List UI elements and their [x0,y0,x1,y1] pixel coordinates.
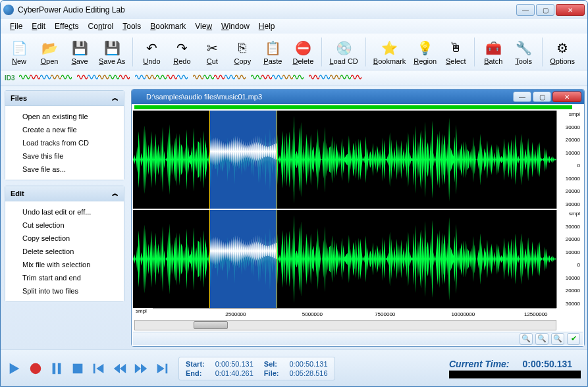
scrollbar-thumb[interactable] [194,321,227,329]
time-scale[interactable]: 2500000500000075000001000000012500000 [153,308,556,319]
options-button-label: Options [550,57,575,65]
menu-effects[interactable]: Effects [51,20,82,32]
effect-icon-9[interactable] [119,72,130,82]
effect-icon-20[interactable] [251,72,261,82]
goto-start-button[interactable] [92,361,106,376]
record-button[interactable] [28,361,43,376]
selection-region[interactable] [209,210,277,308]
zoom-fit-button[interactable]: 🔍 [551,333,564,345]
effect-icon-16[interactable] [203,72,214,82]
menu-control[interactable]: Control [84,20,118,32]
effect-icon-6[interactable] [88,72,98,82]
effect-icon-14[interactable] [177,72,188,82]
effect-icon-12[interactable] [156,72,167,82]
doc-maximize-button[interactable]: ▢ [533,91,551,102]
effect-icon-4[interactable] [61,72,72,82]
undo-last-edit[interactable]: Undo last edit or eff... [8,205,121,219]
bookmark-button[interactable]: ⭐Bookmark [370,36,410,68]
zoom-check-button[interactable]: ✔ [567,333,580,345]
id3-button[interactable]: ID3 [5,74,15,82]
trim-start-end[interactable]: Trim start and end [8,271,121,284]
copy-selection[interactable]: Copy selection [8,232,121,245]
cut-selection[interactable]: Cut selection [8,219,121,232]
delete-selection[interactable]: Delete selection [8,245,121,258]
save-this-file[interactable]: Save this file [8,149,121,163]
pause-button[interactable] [49,361,64,376]
new-button[interactable]: 📄New [5,36,34,68]
effect-icon-8[interactable] [109,72,119,82]
split-two-files[interactable]: Split into two files [8,284,121,297]
effect-icon-15[interactable] [193,72,203,82]
menu-edit[interactable]: Edit [28,20,49,32]
save-button[interactable]: 💾Save [65,36,94,68]
save-file-as[interactable]: Save file as... [8,163,121,176]
menu-view[interactable]: View [191,20,216,32]
waveform-left[interactable] [133,111,556,209]
effect-icon-7[interactable] [98,72,109,82]
copy-button[interactable]: ⎘Copy [228,36,257,68]
mix-file-selection[interactable]: Mix file with selection [8,258,121,271]
saveas-button[interactable]: 💾Save As [95,36,128,68]
batch-button[interactable]: 🧰Batch [479,36,508,68]
delete-button[interactable]: ⛔Delete [288,36,317,68]
menu-file[interactable]: File [6,20,26,32]
menu-tools[interactable]: Tools [119,20,145,32]
undo-button[interactable]: ↶Undo [137,36,166,68]
redo-button[interactable]: ↷Redo [167,36,196,68]
effect-icon-18[interactable] [225,72,235,82]
tools-button[interactable]: 🔧Tools [509,36,538,68]
doc-minimize-button[interactable]: — [513,91,531,102]
loadcd-button[interactable]: 💿Load CD [326,36,361,68]
close-button[interactable]: ✕ [556,4,585,16]
open-button[interactable]: 📂Open [35,36,64,68]
minimize-button[interactable]: — [516,4,535,16]
effect-icon-29[interactable] [351,72,361,82]
menu-window[interactable]: Window [217,20,254,32]
effect-icon-0[interactable] [19,72,30,82]
effect-icon-19[interactable] [235,72,246,82]
open-existing-file[interactable]: Open an existing file [8,110,121,123]
menu-bookmark[interactable]: Bookmark [146,20,190,32]
effect-icon-26[interactable] [319,72,330,82]
goto-end-button[interactable] [155,361,169,376]
effect-icon-11[interactable] [146,72,156,82]
effect-icon-25[interactable] [309,72,319,82]
selection-region[interactable] [209,111,277,209]
edit-panel-header[interactable]: Edit︽ [5,186,124,201]
horizontal-scrollbar[interactable] [134,320,556,330]
effect-icon-24[interactable] [293,72,304,82]
zoom-out-button[interactable]: 🔍 [535,333,548,345]
effect-icon-3[interactable] [51,72,61,82]
options-button[interactable]: ⚙Options [547,36,578,68]
region-button[interactable]: 💡Region [410,36,440,68]
effect-icon-2[interactable] [40,72,51,82]
forward-button[interactable] [134,361,148,376]
undo-button-label: Undo [143,57,160,65]
effect-icon-21[interactable] [261,72,272,82]
effect-icon-17[interactable] [214,72,225,82]
zoom-in-button[interactable]: 🔍 [520,333,533,345]
load-tracks-cd[interactable]: Load tracks from CD [8,136,121,149]
document-titlebar: D:\samples\audio files\music01.mp3 — ▢ ✕ [132,90,584,104]
rewind-button[interactable] [113,361,127,376]
effect-icon-22[interactable] [272,72,282,82]
waveform-right[interactable] [133,210,556,308]
maximize-button[interactable]: ▢ [536,4,554,16]
effect-icon-27[interactable] [330,72,340,82]
files-panel-header[interactable]: Files︽ [5,91,124,106]
stop-button[interactable] [70,361,85,376]
menu-help[interactable]: Help [255,20,279,32]
create-new-file[interactable]: Create a new file [8,123,121,136]
cut-button[interactable]: ✂Cut [198,36,227,68]
effect-icon-1[interactable] [30,72,40,82]
effect-icon-28[interactable] [340,72,351,82]
select-button[interactable]: 🖱Select [441,36,470,68]
effect-icon-13[interactable] [167,72,177,82]
effect-icon-10[interactable] [135,72,146,82]
play-button[interactable] [7,361,22,376]
effect-icon-5[interactable] [77,72,88,82]
effect-icon-23[interactable] [282,72,293,82]
overview-bar[interactable] [134,105,572,109]
paste-button[interactable]: 📋Paste [258,36,287,68]
doc-close-button[interactable]: ✕ [552,91,581,102]
